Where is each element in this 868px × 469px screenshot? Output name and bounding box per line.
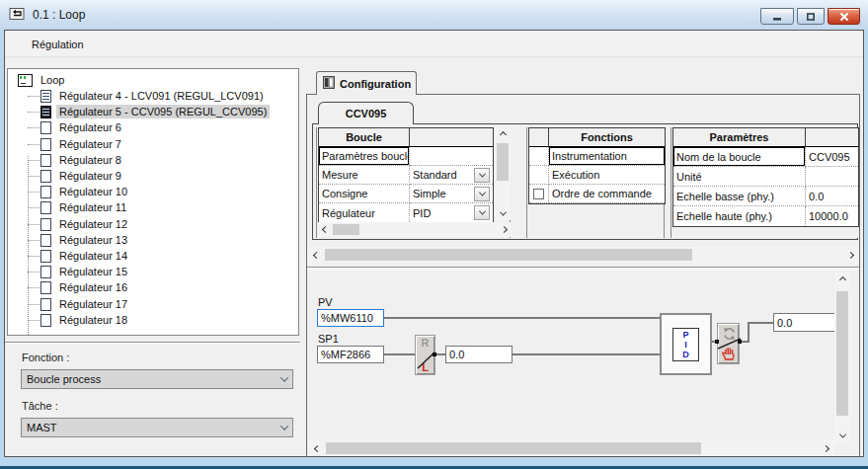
chevron-down-icon bbox=[280, 373, 288, 381]
switch-contact-dot bbox=[433, 352, 436, 356]
echelle-basse-value-cell[interactable]: 0.0 bbox=[806, 187, 858, 206]
consigne-label-cell[interactable]: Consigne bbox=[319, 185, 410, 203]
scroll-right-arrow[interactable] bbox=[843, 247, 857, 263]
regulateur-value-cell[interactable]: PID bbox=[410, 203, 493, 222]
pv-label: PV bbox=[318, 296, 333, 308]
tree-item-regulateur-12[interactable]: Régulateur 12 bbox=[18, 216, 294, 232]
boucle-vscrollbar[interactable] bbox=[495, 127, 511, 220]
scroll-left-arrow[interactable] bbox=[309, 247, 323, 263]
tree-item-label: Régulateur 11 bbox=[56, 200, 129, 214]
config-hscrollbar[interactable] bbox=[307, 247, 859, 263]
tree-item-label: Régulateur 18 bbox=[56, 313, 130, 327]
tree-item-regulateur-5[interactable]: Régulateur 5 - CCV095 (REGUL_CCV095) bbox=[18, 104, 294, 119]
sp-value-field[interactable]: 0.0 bbox=[445, 346, 513, 363]
ordre-de-commande-cell[interactable]: Ordre de commande bbox=[549, 185, 665, 203]
nom-boucle-label-cell[interactable]: Nom de la boucle bbox=[673, 147, 806, 167]
tree-item-loop-root[interactable]: Loop bbox=[18, 72, 294, 88]
mesure-label-cell[interactable]: Mesure bbox=[319, 166, 410, 185]
pane-splitter[interactable] bbox=[307, 267, 859, 270]
tree-item-regulateur-9[interactable]: Régulateur 9 bbox=[18, 168, 294, 184]
unite-value-cell[interactable] bbox=[806, 167, 858, 187]
loop-root-icon bbox=[18, 74, 33, 87]
table-row: Régulateur PID bbox=[319, 203, 493, 222]
pid-letter-i: I bbox=[684, 340, 687, 350]
tree-item-regulateur-16[interactable]: Régulateur 16 bbox=[18, 279, 294, 295]
sp1-address-field[interactable]: %MF2866 bbox=[317, 346, 384, 363]
tree-item-regulateur-18[interactable]: Régulateur 18 bbox=[18, 312, 294, 328]
output-wire-h2 bbox=[750, 322, 773, 324]
ordre-de-commande-checkbox[interactable] bbox=[533, 189, 544, 199]
scroll-thumb[interactable] bbox=[497, 143, 509, 181]
unite-label-cell[interactable]: Unité bbox=[673, 167, 806, 187]
scroll-left-arrow[interactable] bbox=[318, 222, 332, 237]
nom-boucle-value-cell[interactable]: CCV095 bbox=[806, 147, 858, 167]
tab-configuration-label: Configuration bbox=[340, 78, 411, 90]
consigne-dropdown-button[interactable] bbox=[474, 187, 490, 201]
tree-item-regulateur-7[interactable]: Régulateur 7 bbox=[18, 136, 294, 152]
scroll-left-arrow[interactable] bbox=[310, 440, 324, 456]
tree-item-regulateur-10[interactable]: Régulateur 10 bbox=[18, 184, 294, 199]
loop-tree: Loop Régulateur 4 - LCV091 (REGUL_LCV091… bbox=[7, 68, 299, 336]
regulateur-label-cell[interactable]: Régulateur bbox=[319, 203, 410, 222]
scroll-down-arrow[interactable] bbox=[834, 429, 850, 442]
diagram-vscrollbar[interactable] bbox=[834, 273, 850, 442]
scroll-thumb[interactable] bbox=[333, 224, 359, 235]
auto-manual-switch[interactable] bbox=[717, 323, 740, 364]
pv-address-field[interactable]: %MW6110 bbox=[317, 309, 384, 327]
scroll-down-arrow[interactable] bbox=[495, 206, 511, 220]
maximize-button[interactable] bbox=[797, 8, 825, 25]
diagram-hscrollbar[interactable] bbox=[308, 440, 834, 456]
echelle-basse-label-cell[interactable]: Echelle basse (phy.) bbox=[673, 187, 806, 206]
regulateur-dropdown-button[interactable] bbox=[474, 205, 490, 220]
mesure-dropdown-button[interactable] bbox=[474, 168, 490, 183]
scroll-up-arrow[interactable] bbox=[495, 127, 511, 141]
pv-wire bbox=[384, 317, 660, 319]
tree-item-regulateur-13[interactable]: Régulateur 13 bbox=[18, 232, 294, 248]
fonction-label: Fonction : bbox=[22, 352, 69, 363]
scroll-thumb[interactable] bbox=[836, 291, 848, 416]
pid-block[interactable]: P I D bbox=[660, 313, 712, 375]
tree-item-regulateur-6[interactable]: Régulateur 6 bbox=[18, 119, 294, 135]
loop-diagram: PV %MW6110 SP1 %MF2866 R L 0.0 P I D bbox=[307, 271, 859, 456]
minimize-button[interactable] bbox=[760, 8, 794, 25]
tree-item-label: Régulateur 15 bbox=[56, 265, 130, 278]
fonctions-header-empty bbox=[529, 128, 549, 147]
boucle-header-empty bbox=[410, 128, 493, 147]
close-button[interactable] bbox=[828, 8, 860, 25]
echelle-haute-value-cell[interactable]: 10000.0 bbox=[806, 206, 858, 226]
chevron-down-icon bbox=[838, 430, 845, 437]
table-header-row: Fonctions bbox=[529, 128, 665, 147]
fonctions-grid: Fonctions Instrumentation Exécution Ordr… bbox=[528, 127, 666, 204]
tab-loop-ccv095[interactable]: CCV095 bbox=[318, 102, 414, 124]
tree-item-regulateur-4[interactable]: Régulateur 4 - LCV091 (REGUL_LCV091) bbox=[18, 88, 294, 104]
parametres-boucles-cell[interactable]: Paramètres boucles bbox=[319, 147, 410, 166]
scroll-up-arrow[interactable] bbox=[834, 273, 850, 286]
remote-local-switch[interactable]: R L bbox=[415, 335, 435, 375]
scroll-right-arrow[interactable] bbox=[819, 440, 832, 456]
instrumentation-cell[interactable]: Instrumentation bbox=[549, 147, 665, 166]
fonction-select[interactable]: Boucle process bbox=[21, 369, 293, 389]
scroll-thumb[interactable] bbox=[325, 249, 692, 261]
output-value-field[interactable]: 0.0 bbox=[773, 313, 835, 332]
scroll-right-arrow[interactable] bbox=[497, 222, 511, 237]
empty-cell bbox=[410, 147, 493, 166]
tree-item-label: Loop bbox=[38, 73, 67, 87]
tree-item-regulateur-15[interactable]: Régulateur 15 bbox=[18, 264, 294, 279]
empty-loop-icon bbox=[40, 218, 51, 231]
tree-item-regulateur-11[interactable]: Régulateur 11 bbox=[18, 199, 294, 215]
mesure-value-cell[interactable]: Standard bbox=[410, 166, 493, 185]
echelle-haute-label-cell[interactable]: Echelle haute (phy.) bbox=[673, 206, 806, 226]
tree-item-regulateur-8[interactable]: Régulateur 8 bbox=[18, 152, 294, 168]
menu-regulation[interactable]: Régulation bbox=[27, 37, 89, 52]
scroll-thumb[interactable] bbox=[326, 442, 701, 454]
boucle-hscrollbar[interactable] bbox=[318, 222, 511, 237]
tree-item-regulateur-17[interactable]: Régulateur 17 bbox=[18, 296, 294, 312]
title-bar[interactable]: 0.1 : Loop bbox=[0, 0, 868, 30]
table-header-row: Boucle bbox=[319, 128, 493, 147]
tache-select[interactable]: MAST bbox=[21, 418, 293, 437]
tab-configuration[interactable]: Configuration bbox=[316, 71, 417, 95]
tree-item-regulateur-14[interactable]: Régulateur 14 bbox=[18, 248, 294, 264]
consigne-value-cell[interactable]: Simple bbox=[410, 185, 493, 203]
execution-cell[interactable]: Exécution bbox=[549, 166, 665, 185]
empty-loop-icon bbox=[40, 138, 51, 151]
